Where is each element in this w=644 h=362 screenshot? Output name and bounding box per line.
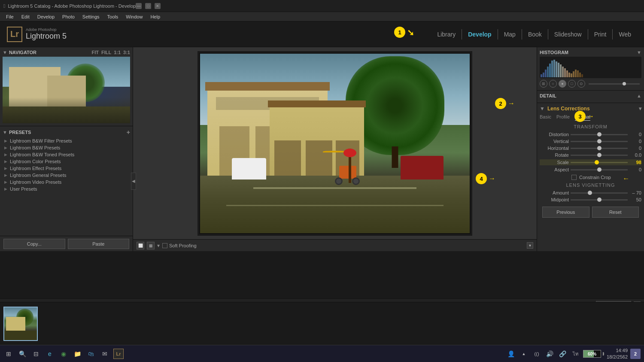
menu-photo[interactable]: Photo <box>59 13 78 20</box>
copy-button[interactable]: Copy... <box>3 239 65 249</box>
horizontal-slider[interactable] <box>571 148 628 149</box>
presets-title: Presets <box>9 130 31 135</box>
amount-label: Amount <box>540 190 569 195</box>
zoom-1to1[interactable]: 1:1 <box>114 50 121 55</box>
preset-bw-toned[interactable]: ▶ Lightroom B&W Toned Presets <box>3 151 130 158</box>
photo-container[interactable] <box>197 51 472 236</box>
preset-user[interactable]: ▶ User Presets <box>3 186 130 192</box>
hist-rect-icon[interactable]: □ <box>568 80 576 88</box>
annotation-1: 1 <box>394 27 405 38</box>
previous-button[interactable]: Previous <box>542 207 589 218</box>
navigator-title: Navigator <box>9 50 36 55</box>
clock-time: 14:49 <box>607 347 628 353</box>
thai-input-icon[interactable]: ไท <box>570 349 580 359</box>
paste-button[interactable]: Paste <box>68 239 130 249</box>
preset-arrow-3: ▶ <box>4 152 7 157</box>
maximize-btn[interactable]: □ <box>145 3 151 9</box>
nav-develop[interactable]: Develop <box>462 29 498 40</box>
lens-corrections-title: Lens Corrections <box>547 106 590 112</box>
left-panel-collapse[interactable]: ◀ <box>131 173 136 190</box>
midpoint-row: Midpoint 50 <box>540 197 641 202</box>
mail-icon[interactable]: ✉ <box>100 349 110 359</box>
horizontal-label: Horizontal <box>540 146 569 151</box>
rotate-slider[interactable] <box>571 155 628 156</box>
filmstrip-photo-item[interactable] <box>3 307 38 341</box>
start-btn[interactable]: ⊞ <box>3 349 14 359</box>
constrain-crop-checkbox[interactable] <box>571 175 577 180</box>
view-options-dropdown[interactable]: ▾ <box>527 242 533 249</box>
lr-taskbar-icon[interactable]: Lr <box>113 349 124 359</box>
preset-video[interactable]: ▶ Lightroom Video Presets <box>3 179 130 186</box>
nav-map[interactable]: Map <box>498 29 522 40</box>
presets-add-btn[interactable]: + <box>127 129 130 136</box>
minimize-btn[interactable]: — <box>136 3 142 9</box>
annotation-4-arrow: → <box>489 175 495 183</box>
preset-arrow-6: ▶ <box>4 173 7 177</box>
amount-slider[interactable] <box>571 192 628 194</box>
zoom-fill[interactable]: FILL <box>101 50 111 55</box>
preset-color[interactable]: ▶ Lightroom Color Presets <box>3 158 130 165</box>
menu-settings[interactable]: Settings <box>79 13 103 20</box>
preset-arrow-4: ▶ <box>4 159 7 164</box>
soft-proofing-checkbox[interactable] <box>162 243 167 248</box>
scale-slider[interactable] <box>571 162 628 163</box>
preset-arrow-1: ▶ <box>4 139 7 143</box>
lens-tab-basic[interactable]: Basic <box>540 114 551 121</box>
preset-bw[interactable]: ▶ Lightroom B&W Presets <box>3 144 130 151</box>
menu-tools[interactable]: Tools <box>104 13 122 20</box>
menu-window[interactable]: Window <box>122 13 146 20</box>
nav-web[interactable]: Web <box>613 29 637 40</box>
crop-tool-icon[interactable]: ⬜ <box>137 242 144 249</box>
chrome-icon[interactable]: ◉ <box>58 349 69 359</box>
before-after-icon[interactable]: ▩ <box>147 242 155 249</box>
rotate-value: 0.0 <box>629 152 641 158</box>
preset-effect[interactable]: ▶ Lightroom Effect Presets <box>3 165 130 172</box>
nav-slideshow[interactable]: Slideshow <box>548 29 588 40</box>
navigator-header: ▼ Navigator FIT FILL 1:1 3:1 <box>3 50 130 55</box>
logo-text: Adobe Photoshop Lightroom 5 <box>26 27 67 41</box>
zoom-3to1[interactable]: 3:1 <box>123 50 130 55</box>
left-panel: ▼ Navigator FIT FILL 1:1 3:1 <box>0 47 133 251</box>
task-view-icon[interactable]: ⊟ <box>31 349 41 359</box>
hist-circle-icon[interactable]: ○ <box>549 80 557 88</box>
nav-book[interactable]: Book <box>522 29 548 40</box>
aspect-slider[interactable] <box>571 169 628 170</box>
menu-develop[interactable]: Develop <box>34 13 58 20</box>
store-icon[interactable]: 🛍 <box>86 349 96 359</box>
link-icon[interactable]: 🔗 <box>557 349 568 359</box>
close-btn[interactable]: ✕ <box>155 3 161 9</box>
distortion-row: Distortion 0 <box>540 132 641 137</box>
nav-library[interactable]: Library <box>431 29 462 40</box>
hist-circle-filled-icon[interactable]: ● <box>559 80 566 88</box>
preset-bw-filter[interactable]: ▶ Lightroom B&W Filter Presets <box>3 137 130 144</box>
vertical-slider[interactable] <box>571 141 628 142</box>
zoom-fit[interactable]: FIT <box>91 50 99 55</box>
hist-grid-icon[interactable]: ⊞ <box>540 80 547 88</box>
edge-icon[interactable]: e <box>45 349 55 359</box>
preset-general[interactable]: ▶ Lightroom General Presets <box>3 172 130 179</box>
navigator-preview[interactable] <box>3 57 130 123</box>
clock: 14:49 18/2/2562 <box>607 347 628 360</box>
menu-edit[interactable]: Edit <box>18 13 33 20</box>
network-icon[interactable]: (() <box>532 349 542 359</box>
soft-proofing-label: Soft Proofing <box>169 243 197 248</box>
constrain-crop-label: Constrain Crop <box>579 175 611 180</box>
lr-icon: Lr <box>7 27 22 42</box>
distortion-slider[interactable] <box>571 134 628 135</box>
volume-icon[interactable]: 🔊 <box>544 349 555 359</box>
histogram-tools: ⊞ ○ ● □ ⊙ <box>540 80 641 88</box>
notification-badge[interactable]: 2 <box>630 349 641 359</box>
explorer-icon[interactable]: 📁 <box>72 349 82 359</box>
reset-button[interactable]: Reset <box>592 207 639 218</box>
lens-corrections-header[interactable]: ▼ Lens Corrections ▾ <box>540 106 641 112</box>
people-icon[interactable]: 👤 <box>506 349 516 359</box>
nav-print[interactable]: Print <box>588 29 613 40</box>
photo-ground <box>199 176 471 234</box>
menu-help[interactable]: Help <box>147 13 164 20</box>
hist-dot-icon[interactable]: ⊙ <box>577 80 585 88</box>
menu-file[interactable]: File <box>3 13 17 20</box>
search-icon[interactable]: 🔍 <box>17 349 27 359</box>
midpoint-slider[interactable] <box>571 199 628 201</box>
system-tray-arrow[interactable]: ▲ <box>519 349 529 359</box>
lens-tab-profile[interactable]: Profile <box>556 114 570 121</box>
